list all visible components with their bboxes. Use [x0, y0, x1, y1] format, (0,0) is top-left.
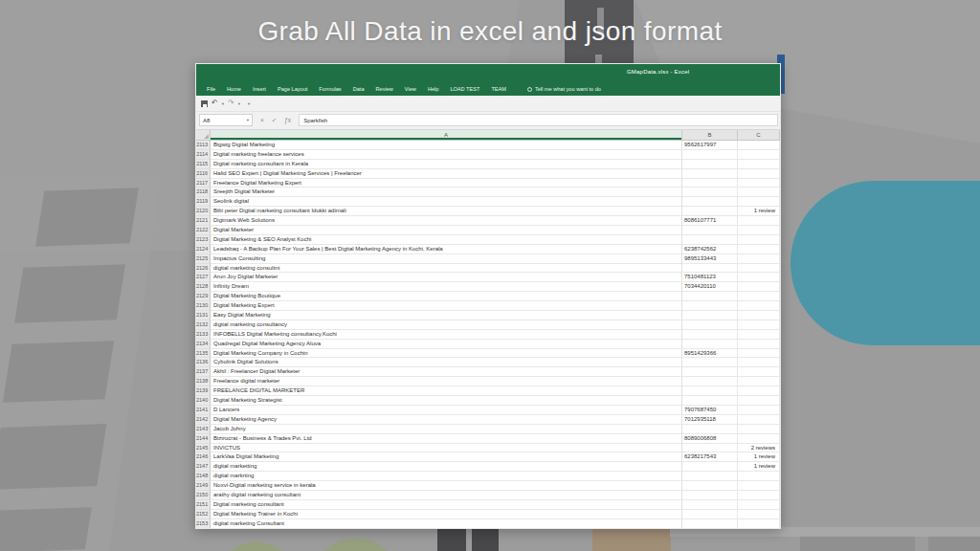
cell-column-c[interactable]: [738, 415, 780, 425]
cell-column-c[interactable]: [738, 216, 780, 226]
ribbon-tab-review[interactable]: Review: [370, 82, 399, 96]
row-number[interactable]: 2129: [196, 292, 211, 301]
cell-column-c[interactable]: [738, 264, 780, 274]
cell-column-b[interactable]: [682, 462, 738, 472]
cell-column-c[interactable]: [738, 187, 780, 197]
cell-column-a[interactable]: Digital Marketing & SEO Analyst Kochi: [211, 235, 682, 245]
cell-column-c[interactable]: [738, 396, 780, 406]
cell-column-c[interactable]: [738, 282, 780, 292]
column-header-c[interactable]: C: [738, 130, 780, 141]
cell-column-c[interactable]: [738, 292, 780, 301]
row-number[interactable]: 2117: [196, 179, 211, 188]
row-number[interactable]: 2133: [196, 330, 211, 340]
row-number[interactable]: 2150: [196, 491, 211, 500]
cell-column-c[interactable]: [738, 254, 780, 264]
cell-column-a[interactable]: Noxvi-Digital marketing service in keral…: [211, 481, 682, 491]
cell-column-a[interactable]: D Lancers: [211, 406, 682, 415]
cell-column-a[interactable]: Bigwig Digital Marketing: [211, 141, 682, 150]
cell-column-a[interactable]: Digital Marketing Trainer in Kochi: [211, 510, 682, 519]
cell-column-a[interactable]: Digital Marketing Agency: [211, 415, 682, 425]
undo-icon[interactable]: ↶: [212, 99, 218, 108]
cell-column-b[interactable]: [682, 330, 738, 340]
row-number[interactable]: 2135: [196, 349, 211, 359]
cell-column-b[interactable]: 6238742562: [682, 245, 738, 254]
cell-column-a[interactable]: Bibi peter Digital marketing consultant …: [211, 207, 682, 216]
formula-bar-input[interactable]: Sparkfish: [299, 114, 778, 126]
ribbon-tab-formulas[interactable]: Formulas: [313, 82, 346, 96]
cell-column-c[interactable]: 1 review: [738, 207, 780, 216]
cell-column-b[interactable]: 7510481123: [682, 273, 738, 282]
cell-column-a[interactable]: Sreejith Digital Marketer: [211, 187, 682, 197]
cell-column-c[interactable]: [738, 245, 780, 254]
cell-column-a[interactable]: Leadsbaq - A Backup Plan For Your Sales …: [211, 245, 682, 254]
cell-column-b[interactable]: [682, 491, 738, 500]
cell-column-a[interactable]: arathy digital marketing consultant: [211, 491, 682, 500]
cell-column-a[interactable]: Digital Marketing Expert: [211, 301, 682, 311]
cell-column-c[interactable]: 1 review: [738, 452, 780, 462]
chevron-down-icon[interactable]: ▾: [247, 118, 249, 122]
row-number[interactable]: 2119: [196, 197, 211, 207]
save-icon[interactable]: [201, 100, 208, 107]
cell-column-c[interactable]: [738, 386, 780, 396]
cell-column-a[interactable]: Digital Marketing Company in Cochin: [211, 349, 682, 359]
row-number[interactable]: 2147: [196, 462, 211, 472]
cell-column-a[interactable]: INVICTUS: [211, 444, 682, 453]
row-number[interactable]: 2125: [196, 254, 211, 264]
cell-column-c[interactable]: [738, 235, 780, 245]
row-number[interactable]: 2124: [196, 245, 211, 254]
row-number[interactable]: 2131: [196, 311, 211, 320]
row-number[interactable]: 2120: [196, 207, 211, 216]
row-number[interactable]: 2116: [196, 169, 211, 179]
cell-column-b[interactable]: [682, 481, 738, 491]
cell-column-b[interactable]: [682, 377, 738, 386]
row-number[interactable]: 2123: [196, 235, 211, 245]
cell-column-b[interactable]: [682, 226, 738, 235]
cell-column-c[interactable]: [738, 519, 780, 528]
ribbon-tab-insert[interactable]: Insert: [247, 82, 272, 96]
cell-column-b[interactable]: [682, 396, 738, 406]
cell-column-a[interactable]: Digital marketing consultant in Kerala: [211, 160, 682, 169]
ribbon-tab-page-layout[interactable]: Page Layout: [272, 82, 313, 96]
enter-check-icon[interactable]: ✓: [272, 117, 277, 124]
ribbon-tab-home[interactable]: Home: [221, 82, 247, 96]
column-header-a[interactable]: A: [211, 130, 682, 141]
row-number[interactable]: 2121: [196, 216, 211, 226]
row-number[interactable]: 2140: [196, 396, 211, 406]
cell-column-b[interactable]: [682, 150, 738, 160]
cell-column-b[interactable]: [682, 264, 738, 274]
row-number[interactable]: 2141: [196, 406, 211, 415]
cell-column-a[interactable]: Digital marketing consultant: [211, 500, 682, 510]
row-number[interactable]: 2138: [196, 377, 211, 386]
cell-column-a[interactable]: Freelance digital marketer: [211, 377, 682, 386]
cell-column-b[interactable]: [682, 235, 738, 245]
select-all-corner[interactable]: [196, 130, 211, 141]
cell-column-a[interactable]: FREELANCE DIGITAL MARKETER: [211, 386, 682, 396]
cell-column-b[interactable]: [682, 444, 738, 453]
cell-column-c[interactable]: [738, 481, 780, 491]
ribbon-tab-file[interactable]: File: [201, 82, 221, 96]
cell-column-b[interactable]: 7012935118: [682, 415, 738, 425]
cell-column-c[interactable]: [738, 340, 780, 349]
cell-column-b[interactable]: [682, 510, 738, 519]
row-number[interactable]: 2146: [196, 452, 211, 462]
cell-column-a[interactable]: Digital Marketing Boutique: [211, 292, 682, 301]
row-number[interactable]: 2136: [196, 358, 211, 367]
row-number[interactable]: 2134: [196, 340, 211, 349]
cell-column-b[interactable]: 9895133443: [682, 254, 738, 264]
cell-column-b[interactable]: [682, 207, 738, 216]
cell-column-c[interactable]: [738, 434, 780, 444]
customize-toolbar-icon[interactable]: ▾: [248, 101, 250, 106]
cell-column-b[interactable]: 8951429366: [682, 349, 738, 359]
cell-column-a[interactable]: Jacob Johny: [211, 425, 682, 434]
undo-dropdown-icon[interactable]: ▾: [222, 101, 224, 106]
cell-column-a[interactable]: Infinity Dream: [211, 282, 682, 292]
cell-column-c[interactable]: [738, 349, 780, 359]
cell-column-a[interactable]: digital marketing consultnt: [211, 264, 682, 274]
cell-column-b[interactable]: [682, 340, 738, 349]
cell-column-c[interactable]: [738, 358, 780, 367]
cell-column-a[interactable]: INFOBELLS Digital Marketing consultancy,…: [211, 330, 682, 340]
cell-column-c[interactable]: [738, 406, 780, 415]
cell-column-b[interactable]: [682, 320, 738, 330]
cell-column-a[interactable]: Seolink digital: [211, 197, 682, 207]
cell-column-c[interactable]: [738, 330, 780, 340]
